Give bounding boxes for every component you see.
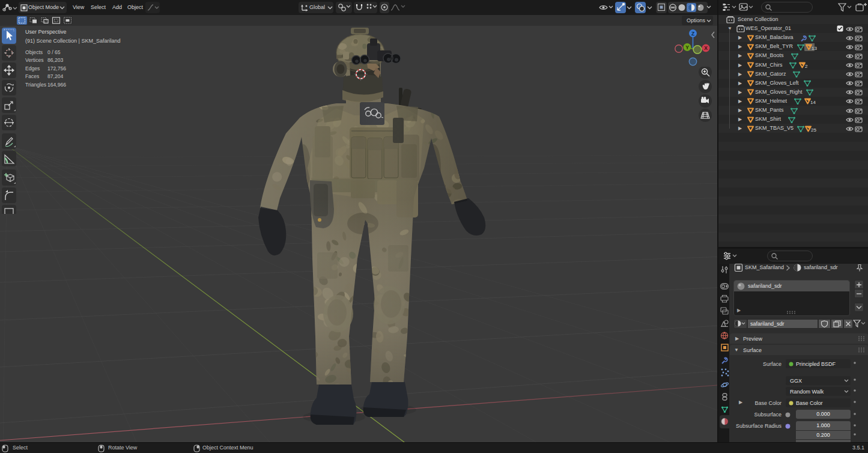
svg-text:Z: Z bbox=[691, 31, 694, 37]
svg-text:Y: Y bbox=[685, 44, 689, 50]
svg-text:X: X bbox=[704, 45, 708, 51]
